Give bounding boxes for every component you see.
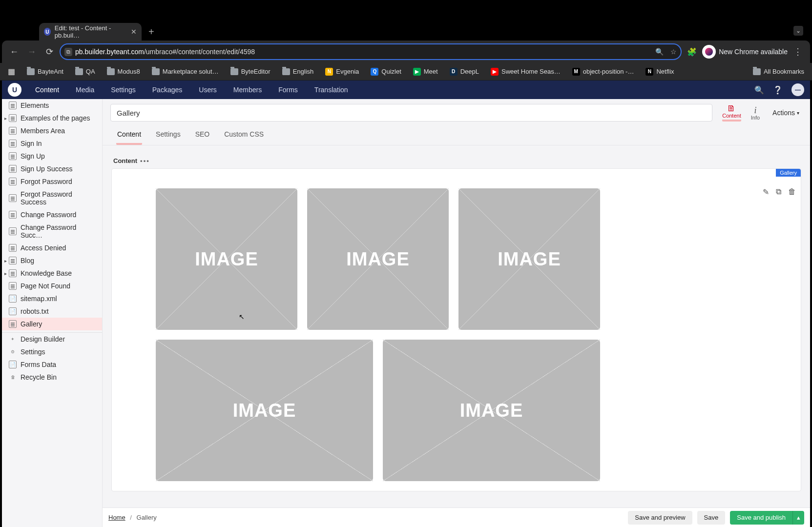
top-menu-media[interactable]: Media (73, 84, 97, 96)
image-placeholder[interactable]: IMAGE ↖ (156, 188, 297, 330)
save-and-publish-caret[interactable]: ▴ (792, 511, 804, 525)
edit-icon[interactable]: ✎ (763, 187, 769, 197)
more-dots-icon[interactable]: ••• (140, 157, 150, 164)
actions-dropdown[interactable]: Actions ▾ (770, 109, 802, 117)
tree-item-design-builder[interactable]: ✦Design Builder (2, 332, 102, 345)
address-bar[interactable]: ⧉ pb.builder.byteant.com/umbraco#/conten… (60, 43, 682, 60)
zoom-icon[interactable]: 🔍 (655, 48, 664, 56)
tree-item-members-area[interactable]: Members Area (2, 124, 102, 137)
new-tab-button[interactable]: + (148, 26, 154, 41)
reload-button[interactable]: ⟳ (42, 44, 57, 59)
browser-tab-active[interactable]: U Edit: test - Content - pb.buil… ✕ (39, 23, 142, 41)
bookmark-label: DeepL (460, 68, 479, 75)
search-icon[interactable]: 🔍 (754, 85, 764, 95)
extensions-icon[interactable]: 🧩 (685, 44, 699, 59)
tree-item-robots-txt[interactable]: 📄robots.txt (2, 305, 102, 318)
top-menu-members[interactable]: Members (230, 84, 265, 96)
delete-icon[interactable]: 🗑 (788, 187, 796, 197)
tree-item-sign-up-success[interactable]: Sign Up Success (2, 162, 102, 175)
page-icon (9, 244, 17, 252)
tree-item-change-password-succ-[interactable]: Change Password Succ… (2, 221, 102, 242)
tree-item-forms-data[interactable]: 📄Forms Data (2, 358, 102, 371)
chrome-profile-icon[interactable] (702, 45, 716, 59)
tree-item-label: Forgot Password Success (21, 190, 98, 206)
tab-seo[interactable]: SEO (194, 126, 211, 145)
save-and-preview-button[interactable]: Save and preview (628, 511, 692, 525)
bookmark-item[interactable]: BayteAnt (24, 66, 66, 77)
bookmark-item[interactable]: ▶Meet (410, 66, 441, 78)
bookmark-item[interactable]: NNetflix (643, 66, 677, 78)
tree-item-forgot-password-success[interactable]: Forgot Password Success (2, 188, 102, 208)
user-avatar-icon[interactable]: — (791, 83, 804, 96)
tree-item-sitemap-xml[interactable]: 📄sitemap.xml (2, 292, 102, 305)
tree-item-access-denied[interactable]: Access Denied (2, 242, 102, 254)
bookmark-item[interactable]: QA (72, 66, 98, 77)
folder-icon (152, 68, 160, 75)
help-icon[interactable]: ❔ (773, 85, 783, 95)
app-content-button[interactable]: 🗎 Content (722, 104, 741, 122)
tree-item-settings[interactable]: ⚙Settings (2, 345, 102, 358)
tab-settings[interactable]: Settings (155, 126, 182, 145)
top-menu-translation[interactable]: Translation (312, 84, 351, 96)
apps-grid-icon[interactable]: ▦ (5, 65, 18, 78)
bookmark-item[interactable]: DDeepL (447, 66, 482, 78)
app-info-button[interactable]: i Info (751, 106, 760, 122)
tree-item-change-password[interactable]: Change Password (2, 208, 102, 221)
gallery-block[interactable]: Gallery ✎ ⧉ 🗑 IMAGE ↖ IMAGE IMAGE (111, 168, 801, 491)
breadcrumb-home[interactable]: Home (108, 514, 125, 521)
doc-icon: 📄 (9, 295, 17, 303)
expand-caret-icon[interactable]: ▸ (3, 271, 8, 276)
chrome-update-button[interactable]: New Chrome available (719, 48, 788, 56)
tree-item-knowledge-base[interactable]: ▸Knowledge Base (2, 267, 102, 280)
tree-item-forgot-password[interactable]: Forgot Password (2, 175, 102, 188)
tabs-dropdown-icon[interactable]: ⌄ (793, 26, 803, 36)
browser-menu-icon[interactable]: ⋮ (791, 46, 805, 57)
tree-item-sign-up[interactable]: Sign Up (2, 150, 102, 162)
back-button[interactable]: ← (7, 44, 21, 59)
tab-custom-css[interactable]: Custom CSS (223, 126, 265, 145)
bookmark-item[interactable]: ByteEditor (228, 66, 273, 77)
tab-title: Edit: test - Content - pb.buil… (55, 24, 126, 39)
tree-item-gallery[interactable]: Gallery (2, 318, 102, 330)
save-button[interactable]: Save (697, 511, 726, 525)
expand-caret-icon[interactable]: ▸ (3, 116, 8, 121)
bookmark-item[interactable]: English (279, 66, 317, 77)
bookmark-item[interactable]: Modus8 (104, 66, 143, 77)
umbraco-logo-icon[interactable]: U (8, 83, 21, 97)
bookmark-item[interactable]: QQuizlet (368, 66, 404, 78)
tree-item-page-not-found[interactable]: Page Not Found (2, 280, 102, 292)
site-info-icon[interactable]: ⧉ (64, 48, 72, 56)
node-name-input[interactable] (110, 104, 712, 122)
tree-item-recycle-bin[interactable]: 🗑Recycle Bin (2, 371, 102, 384)
top-menu-users[interactable]: Users (196, 84, 220, 96)
placeholder-text: IMAGE (233, 400, 296, 421)
image-placeholder[interactable]: IMAGE (383, 340, 600, 481)
bookmark-favicon-icon: Q (371, 68, 378, 76)
tree-item-sign-in[interactable]: Sign In (2, 137, 102, 150)
image-placeholder[interactable]: IMAGE (156, 340, 373, 481)
tree-item-label: Forms Data (21, 361, 56, 368)
top-menu-settings[interactable]: Settings (108, 84, 139, 96)
all-bookmarks-button[interactable]: All Bookmarks (750, 66, 807, 77)
tree-item-examples-of-the-pages[interactable]: ▸Examples of the pages (2, 112, 102, 124)
bookmark-item[interactable]: ▶Sweet Home Seas… (488, 66, 563, 78)
bookmark-item[interactable]: Marketplace solut… (149, 66, 222, 77)
tab-content[interactable]: Content (116, 126, 142, 145)
top-menu-forms[interactable]: Forms (275, 84, 301, 96)
top-menu-content[interactable]: Content (32, 84, 62, 96)
top-menu-packages[interactable]: Packages (149, 84, 185, 96)
image-placeholder[interactable]: IMAGE (307, 188, 449, 330)
expand-caret-icon[interactable]: ▸ (3, 258, 8, 264)
save-and-publish-button[interactable]: Save and publish (730, 511, 792, 525)
workspace: Elements▸Examples of the pagesMembers Ar… (2, 99, 810, 527)
bookmark-star-icon[interactable]: ☆ (670, 48, 677, 56)
close-tab-icon[interactable]: ✕ (131, 28, 137, 36)
forward-button[interactable]: → (24, 44, 39, 59)
copy-icon[interactable]: ⧉ (776, 187, 781, 197)
editor-scroll-area[interactable]: Content ••• Gallery ✎ ⧉ 🗑 IMAGE ↖ (103, 145, 810, 527)
bookmark-item[interactable]: Mobject-position -… (569, 66, 637, 78)
image-placeholder[interactable]: IMAGE (458, 188, 600, 330)
tree-item-blog[interactable]: ▸Blog (2, 254, 102, 267)
tree-item-elements[interactable]: Elements (2, 99, 102, 112)
bookmark-item[interactable]: NEvgenia (322, 66, 362, 78)
